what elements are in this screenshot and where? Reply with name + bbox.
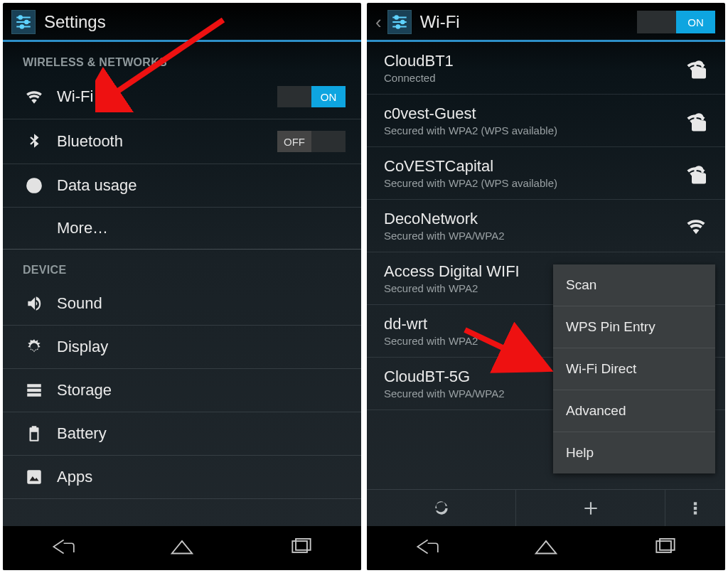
refresh-button[interactable]: [367, 490, 516, 526]
navigation-bar: [367, 526, 725, 570]
page-title: Wi-Fi: [420, 12, 628, 32]
wifi-signal-icon: [685, 110, 707, 132]
settings-screen: Settings WIRELESS & NETWORKS Wi-Fi ON Bl…: [3, 3, 361, 570]
row-storage[interactable]: Storage: [3, 369, 361, 412]
wifi-toggle[interactable]: ON: [277, 86, 346, 107]
nav-recents-button[interactable]: [288, 535, 315, 561]
nav-home-button[interactable]: [532, 535, 560, 561]
wifi-signal-icon: [685, 215, 707, 237]
add-network-button[interactable]: [516, 490, 665, 526]
storage-icon: [24, 380, 44, 400]
wifi-icon: [24, 87, 44, 107]
header: Settings: [3, 3, 361, 42]
row-data-usage[interactable]: Data usage: [3, 164, 361, 208]
section-wireless-networks: WIRELESS & NETWORKS: [3, 42, 361, 75]
row-more[interactable]: More…: [3, 208, 361, 250]
wifi-ssid: DecoNetwork: [384, 210, 710, 228]
apps-icon: [24, 467, 44, 487]
wifi-ssid: CoVESTCapital: [384, 157, 710, 176]
wifi-master-toggle[interactable]: ON: [637, 11, 715, 33]
menu-advanced[interactable]: Advanced: [553, 390, 715, 432]
wifi-screen: ‹ Wi-Fi ON CloudBT1 Connected c0vest-Gue…: [367, 3, 725, 570]
row-label: Wi-Fi: [57, 87, 264, 106]
row-sound[interactable]: Sound: [3, 282, 361, 326]
row-battery[interactable]: Battery: [3, 412, 361, 456]
nav-back-button[interactable]: [49, 535, 76, 561]
wifi-signal-icon: [685, 163, 707, 184]
data-usage-icon: [24, 176, 44, 196]
wifi-status: Secured with WPA2 (WPS available): [384, 124, 710, 136]
menu-scan[interactable]: Scan: [553, 264, 715, 306]
toggle-on-label: ON: [311, 86, 346, 107]
sound-icon: [24, 294, 44, 314]
navigation-bar: [3, 526, 361, 570]
row-apps[interactable]: Apps: [3, 456, 361, 499]
wifi-network-item[interactable]: CloudBT1 Connected: [367, 42, 725, 95]
row-bluetooth[interactable]: Bluetooth OFF: [3, 119, 361, 164]
settings-icon: [11, 10, 36, 34]
row-display[interactable]: Display: [3, 326, 361, 369]
nav-back-button[interactable]: [413, 535, 440, 561]
display-icon: [24, 337, 44, 357]
menu-wps-pin-entry[interactable]: WPS Pin Entry: [553, 306, 715, 348]
row-label: Data usage: [57, 176, 346, 195]
row-label: Display: [57, 338, 346, 356]
row-label: Apps: [57, 468, 346, 486]
wifi-ssid: c0vest-Guest: [384, 105, 710, 123]
wifi-ssid: CloudBT1: [384, 52, 710, 70]
nav-home-button[interactable]: [168, 535, 196, 561]
wifi-status: Secured with WPA/WPA2: [384, 230, 710, 242]
settings-list: WIRELESS & NETWORKS Wi-Fi ON Bluetooth O…: [3, 42, 361, 526]
toggle-on-label: ON: [676, 11, 715, 33]
menu-help[interactable]: Help: [553, 432, 715, 473]
header: ‹ Wi-Fi ON: [367, 3, 725, 42]
row-label: More…: [57, 219, 346, 237]
lock-icon: [688, 59, 710, 80]
back-chevron-icon[interactable]: ‹: [375, 11, 382, 33]
row-label: Sound: [57, 294, 346, 313]
nav-recents-button[interactable]: [652, 535, 679, 561]
lock-icon: [688, 164, 710, 186]
wifi-signal-icon: [685, 58, 707, 79]
wifi-status: Connected: [384, 72, 710, 84]
wifi-status: Secured with WPA2 (WPS available): [384, 177, 710, 189]
row-wifi[interactable]: Wi-Fi ON: [3, 75, 361, 119]
settings-icon[interactable]: [387, 10, 412, 34]
row-label: Battery: [57, 424, 346, 443]
section-device: DEVICE: [3, 250, 361, 282]
action-bar: [367, 489, 725, 526]
page-title: Settings: [44, 12, 351, 32]
toggle-off-label: OFF: [277, 131, 311, 152]
row-label: Storage: [57, 381, 346, 400]
wifi-network-item[interactable]: c0vest-Guest Secured with WPA2 (WPS avai…: [367, 95, 725, 147]
wifi-network-item[interactable]: DecoNetwork Secured with WPA/WPA2: [367, 200, 725, 252]
overflow-menu-button[interactable]: [665, 490, 725, 526]
bluetooth-icon: [24, 132, 44, 151]
battery-icon: [24, 424, 44, 444]
wifi-network-item[interactable]: CoVESTCapital Secured with WPA2 (WPS ava…: [367, 147, 725, 200]
bluetooth-toggle[interactable]: OFF: [277, 131, 346, 152]
overflow-menu: Scan WPS Pin Entry Wi-Fi Direct Advanced…: [553, 264, 715, 473]
lock-icon: [688, 112, 710, 133]
menu-wifi-direct[interactable]: Wi-Fi Direct: [553, 348, 715, 390]
row-label: Bluetooth: [57, 132, 264, 151]
